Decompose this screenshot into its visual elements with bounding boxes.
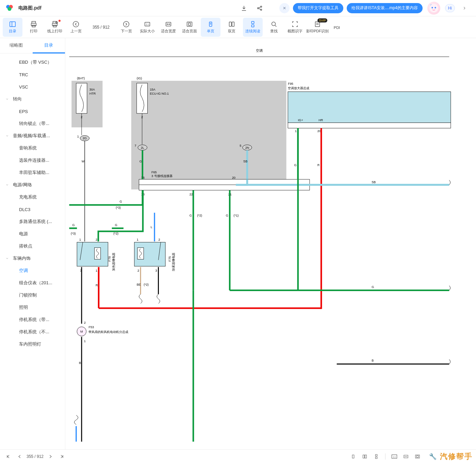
svg-text:IG+: IG+ [298, 118, 303, 122]
pdi-button[interactable]: PDI [330, 18, 344, 37]
svg-text:(*2): (*2) [144, 283, 149, 286]
fit-width-button[interactable]: 适合宽度 [159, 18, 178, 37]
prev-page-button[interactable]: 上一页 [66, 18, 86, 37]
last-page-button[interactable] [57, 452, 67, 461]
view-11-icon[interactable]: 1:1 [390, 452, 399, 461]
toc-item[interactable]: 组合仪表（201... [0, 277, 65, 289]
svg-text:(IG): (IG) [137, 77, 142, 80]
suggestion-pill-ocr[interactable]: 帮我打开文字提取工具 [293, 3, 343, 13]
prev-page-bottom-button[interactable] [15, 452, 24, 461]
svg-text:2G: 2G [83, 137, 87, 140]
toc-item[interactable]: 照明 [0, 301, 65, 314]
svg-text:F65: F65 [151, 171, 157, 174]
first-page-button[interactable] [3, 452, 13, 461]
actual-size-button[interactable]: 1:1 实际大小 [137, 18, 157, 37]
svg-text:空调放大器总成: 空调放大器总成 [288, 86, 309, 90]
toc-item[interactable]: TRC [0, 68, 65, 81]
svg-text:20: 20 [232, 176, 235, 179]
svg-text:HTR: HTR [89, 92, 96, 95]
toc-item[interactable]: 电源/网络 [0, 179, 65, 191]
svg-text:BE: BE [137, 283, 141, 286]
view-continuous-icon[interactable] [372, 452, 381, 461]
toc-item[interactable]: 转向锁止（带... [0, 117, 65, 130]
svg-rect-106 [94, 248, 100, 259]
toc-item[interactable]: 门锁控制 [0, 289, 65, 301]
toc-item[interactable]: 音频/视频/车载通... [0, 130, 65, 142]
pdf-viewport[interactable]: .txt{font-size:9px;fill:#000;font-family… [65, 38, 476, 449]
next-page-button[interactable]: 下一页 [116, 18, 136, 37]
fit-page-button[interactable]: 适合页面 [180, 18, 199, 37]
online-print-button[interactable]: 线上打印 [45, 18, 65, 37]
toc-item[interactable]: EPS [0, 105, 65, 117]
svg-rect-157 [416, 456, 418, 457]
view-fitp-icon[interactable] [413, 452, 422, 461]
toc-item[interactable]: 停机系统（不... [0, 326, 65, 338]
pdi-label: PDI [334, 26, 340, 30]
toc-item[interactable]: 电源 [0, 228, 65, 240]
svg-text:2N: 2N [245, 146, 249, 149]
toolbar: 目录 打印 线上打印 上一页 355 / 912 下一页 1:1 实际大小 适合… [0, 16, 476, 38]
next-page-bottom-button[interactable] [46, 452, 55, 461]
svg-text:1:1: 1:1 [146, 23, 149, 26]
svg-point-8 [434, 7, 436, 9]
assistant-avatar[interactable] [427, 2, 440, 15]
crop-ocr-button[interactable]: 截图识字 [285, 18, 305, 37]
toc-item[interactable]: 搭铁点 [0, 240, 65, 252]
continuous-read-button[interactable]: 连续阅读 [243, 18, 263, 37]
sidebar: 缩略图 目录 EBD（带 VSC）TRCVSC转向EPS转向锁止（带...音频/… [0, 38, 65, 449]
toc-button[interactable]: 目录 [3, 18, 22, 37]
toc-item[interactable]: 选装件连接器... [0, 154, 65, 166]
print-button[interactable]: 打印 [24, 18, 44, 37]
svg-text:1: 1 [77, 135, 79, 138]
svg-rect-9 [10, 22, 16, 27]
svg-text:W: W [82, 160, 85, 163]
tab-thumbnails[interactable]: 缩略图 [0, 38, 33, 53]
toc-item-label: 停机系统（不... [19, 329, 49, 335]
single-page-button[interactable]: 单页 [201, 18, 220, 37]
toc-item-label: 转向 [13, 96, 22, 102]
hi-button[interactable]: Hi [445, 4, 455, 12]
svg-text:加热器继电器: 加热器继电器 [112, 253, 115, 271]
toc-item[interactable]: 车辆内饰 [0, 252, 65, 265]
svg-text:(*2): (*2) [197, 214, 202, 217]
close-suggestion-button[interactable]: ✕ [279, 3, 290, 13]
svg-rect-13 [32, 25, 35, 27]
toc-item-label: 充电系统 [19, 194, 37, 200]
toc-item[interactable]: 充电系统 [0, 191, 65, 203]
toc-item[interactable]: 车内照明灯 [0, 338, 65, 350]
pdf-ocr-label: 影印PDF识别 [306, 29, 329, 34]
toc-item[interactable]: 丰田驻车辅助... [0, 166, 65, 179]
view-double-icon[interactable] [360, 452, 370, 461]
view-fitw-icon[interactable] [401, 452, 411, 461]
page-counter: 355 / 912 [87, 25, 115, 30]
main-area: 缩略图 目录 EBD（带 VSC）TRCVSC转向EPS转向锁止（带...音频/… [0, 38, 476, 449]
svg-text:F53: F53 [88, 325, 94, 329]
toc-item-label: 转向锁止（带... [19, 121, 49, 127]
toc-item[interactable]: 音响系统 [0, 142, 65, 154]
pdf-ocr-button[interactable]: SVIP 影印PDF识别 [306, 18, 329, 37]
download-button[interactable] [238, 2, 250, 14]
toc-item[interactable]: 转向 [0, 93, 65, 105]
toc-list[interactable]: EBD（带 VSC）TRCVSC转向EPS转向锁止（带...音频/视频/车载通.… [0, 53, 65, 449]
view-single-icon[interactable] [348, 452, 358, 461]
svg-rect-114 [137, 248, 144, 259]
tab-toc[interactable]: 目录 [33, 38, 65, 53]
svg-text:L: L [151, 225, 152, 229]
fit-width-label: 适合宽度 [161, 29, 176, 34]
toc-item[interactable]: 多路通信系统 (... [0, 215, 65, 228]
find-button[interactable]: 查找 [264, 18, 284, 37]
svg-text:30A: 30A [89, 88, 95, 91]
toc-item[interactable]: 停机系统（带... [0, 314, 65, 326]
svg-text:(*3): (*3) [116, 206, 121, 209]
toc-item[interactable]: VSC [0, 81, 65, 93]
toc-item[interactable]: EBD（带 VSC） [0, 56, 65, 68]
suggestion-pill-video[interactable]: 给我讲讲ISTA安装....mp4的主要内容 [347, 3, 422, 13]
toc-item[interactable]: 空调 [0, 265, 65, 277]
double-page-button[interactable]: 双页 [222, 18, 242, 37]
share-button[interactable] [253, 2, 266, 14]
toc-item[interactable]: DLC3 [0, 203, 65, 215]
toc-item-label: 多路通信系统 (... [19, 219, 52, 225]
toc-item-label: 音响系统 [19, 145, 37, 151]
chevron-right-icon[interactable] [458, 2, 471, 14]
svg-text:G: G [72, 223, 75, 227]
